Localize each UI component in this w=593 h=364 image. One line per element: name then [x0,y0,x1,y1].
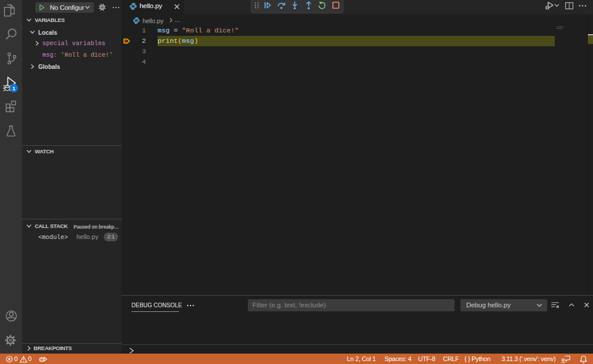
svg-text:1: 1 [12,85,16,91]
